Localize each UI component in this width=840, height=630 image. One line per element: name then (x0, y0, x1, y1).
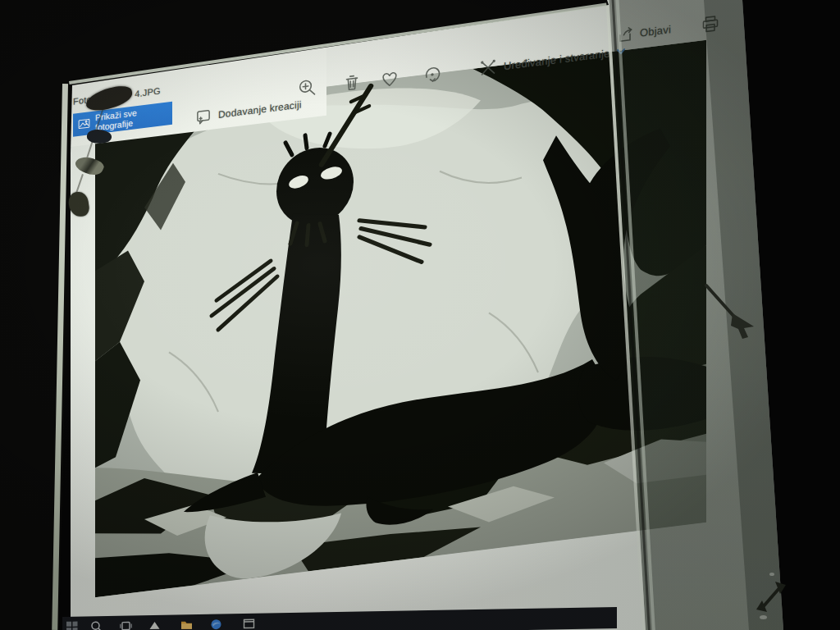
screen-frame-glow-left (52, 84, 68, 630)
ellipsis-icon[interactable] (744, 10, 760, 28)
start-icon[interactable] (66, 621, 78, 630)
photos-app-window: Uređivanje i stvaranje Objavi Fotog4.J (71, 0, 792, 630)
add-creation-icon (195, 107, 212, 126)
search-icon[interactable] (90, 620, 103, 630)
folder-icon[interactable] (180, 619, 193, 630)
delete-button[interactable] (341, 71, 363, 94)
add-creation-label: Dodavanje kreaciji (218, 98, 302, 120)
photos-icon (78, 116, 90, 131)
projected-photos-app-screen: Uređivanje i stvaranje Objavi Fotog4.J (0, 0, 840, 630)
rotate-icon (422, 62, 443, 86)
share-button[interactable]: Objavi (617, 20, 671, 44)
task-view-icon[interactable] (120, 619, 132, 630)
trash-icon (341, 71, 363, 94)
share-label: Objavi (640, 23, 671, 39)
printer-icon[interactable] (701, 13, 719, 34)
edge-icon[interactable] (210, 618, 222, 630)
favorite-button[interactable] (379, 67, 400, 91)
heart-icon (379, 67, 400, 91)
peak-icon[interactable] (148, 619, 161, 630)
rotate-button[interactable] (422, 62, 443, 86)
edit-create-icon (478, 57, 498, 79)
share-icon (617, 25, 635, 45)
window-icon[interactable] (243, 618, 255, 630)
